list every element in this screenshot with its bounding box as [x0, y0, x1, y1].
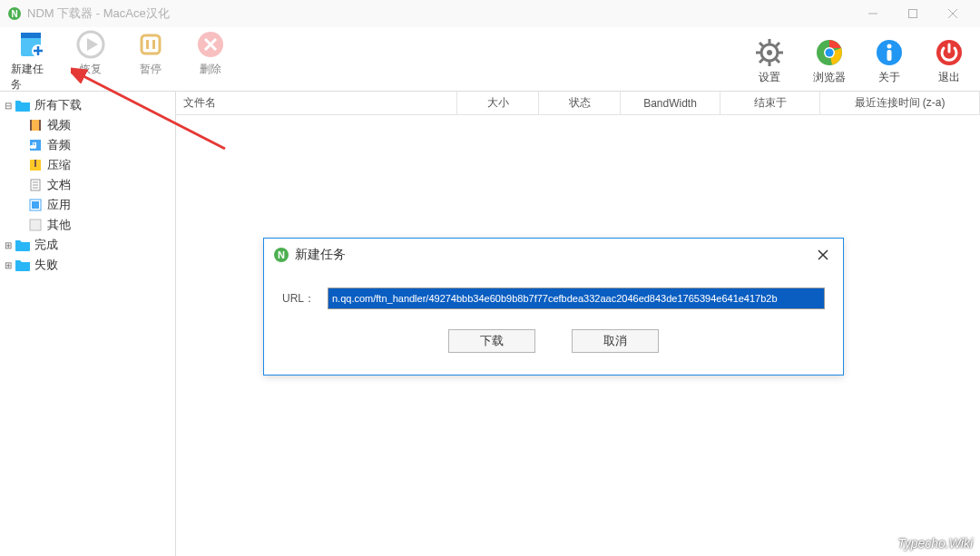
col-lastconn[interactable]: 最近连接时间 (z-a) [820, 92, 980, 114]
settings-button[interactable]: 设置 [750, 37, 789, 85]
expand-icon[interactable]: ⊞ [2, 260, 15, 270]
close-icon [817, 249, 829, 261]
folder-icon [15, 98, 31, 112]
svg-rect-7 [21, 33, 41, 38]
chrome-icon [814, 37, 845, 68]
app-icon-tree [27, 198, 44, 212]
svg-rect-37 [30, 120, 32, 131]
video-icon [27, 118, 44, 132]
svg-rect-13 [142, 35, 160, 54]
folder-icon [15, 258, 31, 272]
svg-rect-48 [30, 219, 41, 230]
expand-icon[interactable]: ⊞ [2, 240, 15, 250]
tree-failed[interactable]: ⊞ 失败 [0, 255, 175, 275]
new-task-dialog: N 新建任务 URL： 下载 取消 [263, 238, 844, 376]
new-task-button[interactable]: 新建任务 [11, 29, 51, 93]
dialog-titlebar: N 新建任务 [264, 239, 843, 271]
svg-text:N: N [278, 249, 285, 260]
dialog-close-button[interactable] [812, 244, 834, 266]
minimize-button[interactable] [853, 1, 893, 26]
tree-all-downloads[interactable]: ⊟ 所有下载 [0, 95, 175, 115]
svg-rect-47 [32, 201, 39, 209]
svg-point-20 [767, 50, 772, 55]
toolbar: 新建任务 恢复 暂停 删除 设置 [0, 27, 980, 91]
watermark: Typecho.Wiki [897, 536, 973, 551]
titlebar: N NDM 下载器 - MacAce汉化 [0, 0, 980, 27]
browser-button[interactable]: 浏览器 [809, 37, 849, 85]
col-filename[interactable]: 文件名 [176, 92, 457, 114]
url-label: URL： [282, 291, 328, 307]
tree-audio[interactable]: 音频 [0, 135, 175, 155]
play-icon [75, 29, 106, 60]
svg-point-31 [826, 48, 834, 56]
svg-rect-3 [909, 10, 917, 18]
document-icon [27, 178, 44, 192]
url-input[interactable] [328, 288, 825, 309]
tree-app[interactable]: 应用 [0, 195, 175, 215]
tree-other[interactable]: 其他 [0, 215, 175, 235]
svg-line-25 [760, 43, 763, 46]
sidebar: ⊟ 所有下载 视频 音频 压缩 文档 应用 其他 ⊞ [0, 92, 176, 556]
download-button[interactable]: 下载 [448, 329, 535, 353]
maximize-button[interactable] [893, 1, 933, 26]
col-size[interactable]: 大小 [457, 92, 539, 114]
col-status[interactable]: 状态 [539, 92, 621, 114]
archive-icon [27, 158, 44, 172]
power-icon [934, 37, 965, 68]
exit-button[interactable]: 退出 [929, 37, 969, 85]
collapse-icon[interactable]: ⊟ [2, 101, 15, 111]
close-window-button[interactable] [933, 1, 973, 26]
window-title: NDM 下载器 - MacAce汉化 [27, 5, 853, 22]
pause-button[interactable]: 暂停 [131, 29, 171, 93]
svg-rect-41 [34, 160, 36, 167]
pause-icon [135, 29, 166, 60]
svg-line-27 [776, 43, 779, 46]
dialog-title: 新建任务 [295, 247, 346, 263]
delete-button[interactable]: 删除 [191, 29, 230, 93]
col-bandwidth[interactable]: BandWidth [621, 92, 720, 114]
about-button[interactable]: 关于 [869, 37, 909, 85]
tree-archive[interactable]: 压缩 [0, 155, 175, 175]
svg-rect-38 [39, 120, 41, 131]
table-header: 文件名 大小 状态 BandWidth 结束于 最近连接时间 (z-a) [176, 92, 980, 115]
other-icon [27, 218, 44, 232]
folder-icon [15, 238, 31, 252]
delete-icon [195, 29, 226, 60]
svg-rect-15 [152, 40, 155, 49]
svg-line-26 [776, 59, 779, 63]
cancel-button[interactable]: 取消 [572, 329, 659, 353]
gear-icon [754, 37, 785, 68]
info-icon [874, 37, 905, 68]
svg-line-28 [760, 59, 763, 63]
dialog-app-icon: N [273, 247, 289, 263]
tree-done[interactable]: ⊞ 完成 [0, 235, 175, 255]
new-task-icon [15, 29, 46, 60]
col-endat[interactable]: 结束于 [720, 92, 820, 114]
audio-icon [27, 138, 44, 152]
svg-marker-12 [87, 38, 98, 51]
tree-document[interactable]: 文档 [0, 175, 175, 195]
svg-rect-14 [146, 40, 149, 49]
app-icon: N [7, 6, 22, 21]
tree-video[interactable]: 视频 [0, 115, 175, 135]
svg-text:N: N [11, 9, 17, 19]
resume-button[interactable]: 恢复 [71, 29, 111, 93]
svg-rect-34 [887, 50, 892, 61]
svg-point-33 [887, 44, 892, 48]
